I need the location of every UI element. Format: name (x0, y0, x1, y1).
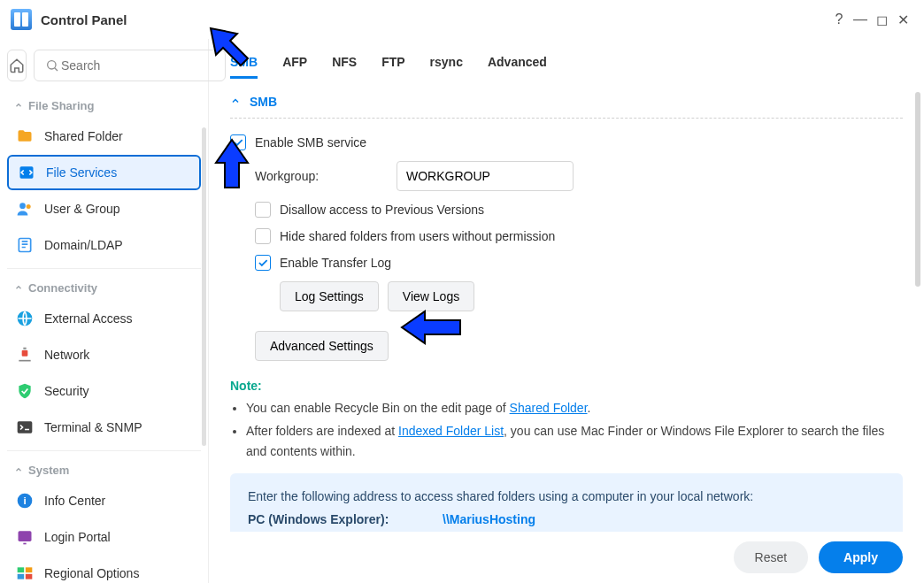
globe-icon (16, 310, 34, 327)
sidebar-item-shared-folder[interactable]: Shared Folder (7, 119, 201, 154)
tab-afp[interactable]: AFP (282, 55, 307, 79)
sidebar-item-label: Login Portal (44, 530, 111, 544)
minimize-button[interactable]: — (850, 12, 871, 27)
search-icon (43, 57, 61, 74)
terminal-icon (16, 418, 34, 436)
sidebar-item-security[interactable]: Security (7, 373, 201, 409)
section-header-smb[interactable]: SMB (230, 89, 903, 119)
chevron-up-icon (14, 99, 23, 112)
login-portal-icon (16, 528, 34, 546)
scroll-region[interactable]: SMB Enable SMB service Workgroup: Disall… (209, 89, 924, 583)
sidebar-item-domain-ldap[interactable]: Domain/LDAP (7, 227, 201, 263)
home-button[interactable] (7, 50, 27, 81)
divider (7, 268, 201, 269)
divider (7, 450, 201, 451)
tab-advanced[interactable]: Advanced (488, 55, 547, 79)
sidebar-item-label: Shared Folder (44, 129, 123, 143)
help-button[interactable]: ? (828, 12, 850, 27)
workgroup-input[interactable] (397, 161, 574, 191)
window-title: Control Panel (41, 12, 127, 27)
checkbox-icon (255, 255, 271, 271)
info-icon: i (16, 492, 34, 510)
tab-bar: SMB AFP NFS FTP rsync Advanced (209, 39, 924, 89)
checkbox-icon (255, 202, 271, 218)
checkbox-label: Enable SMB service (255, 135, 366, 150)
sidebar-item-network[interactable]: Network (7, 337, 201, 372)
note-heading: Note: (230, 379, 903, 393)
titlebar: Control Panel ? — ◻ ✕ (0, 0, 924, 39)
content-area: SMB AFP NFS FTP rsync Advanced SMB Enabl… (209, 39, 924, 583)
group-system[interactable]: System (7, 456, 201, 482)
svg-rect-7 (23, 348, 26, 350)
svg-rect-11 (19, 531, 32, 541)
checkbox-hide-folders[interactable]: Hide shared folders from users without p… (255, 223, 903, 249)
search-input[interactable] (61, 58, 216, 73)
reset-button[interactable]: Reset (734, 541, 809, 573)
group-connectivity[interactable]: Connectivity (7, 274, 201, 300)
tab-smb[interactable]: SMB (230, 55, 258, 79)
sidebar-item-label: Regional Options (44, 566, 139, 580)
sidebar-scrollbar[interactable] (202, 127, 206, 446)
checkbox-disallow-previous[interactable]: Disallow access to Previous Versions (255, 196, 903, 223)
checkbox-label: Hide shared folders from users without p… (280, 229, 555, 243)
group-label-text: File Sharing (28, 99, 94, 112)
svg-text:i: i (23, 495, 26, 506)
svg-point-2 (19, 203, 26, 209)
section-title: SMB (250, 95, 277, 109)
sidebar-item-external-access[interactable]: External Access (7, 301, 201, 336)
tab-rsync[interactable]: rsync (430, 55, 463, 79)
sidebar: File Sharing Shared Folder File Services… (0, 39, 209, 583)
svg-point-3 (27, 204, 31, 209)
sidebar-item-login-portal[interactable]: Login Portal (7, 519, 201, 555)
chevron-up-icon (14, 464, 23, 477)
log-settings-button[interactable]: Log Settings (280, 281, 379, 311)
group-file-sharing[interactable]: File Sharing (7, 92, 201, 118)
sidebar-item-label: Info Center (44, 494, 105, 508)
sidebar-item-regional-options[interactable]: Regional Options (7, 556, 201, 583)
checkbox-icon (255, 228, 271, 244)
note-list: You can enable Recycle Bin on the edit p… (246, 398, 903, 461)
view-logs-button[interactable]: View Logs (388, 281, 474, 311)
maximize-button[interactable]: ◻ (871, 12, 892, 28)
home-icon (8, 57, 26, 74)
search-box[interactable] (34, 50, 226, 81)
sidebar-item-terminal-snmp[interactable]: Terminal & SNMP (7, 410, 201, 445)
regional-icon (16, 564, 34, 582)
link-shared-folder[interactable]: Shared Folder (510, 401, 588, 415)
file-services-icon (18, 164, 35, 181)
info-pc-label: PC (Windows Explorer): (248, 512, 443, 526)
sidebar-item-user-group[interactable]: User & Group (7, 191, 201, 226)
group-label-text: Connectivity (28, 281, 97, 295)
folder-icon (16, 127, 34, 145)
tab-ftp[interactable]: FTP (381, 55, 404, 79)
svg-rect-15 (26, 574, 33, 579)
group-label-text: System (28, 464, 69, 477)
sidebar-item-label: External Access (44, 311, 133, 326)
checkbox-label: Disallow access to Previous Versions (280, 203, 484, 217)
sidebar-item-file-services[interactable]: File Services (7, 155, 201, 190)
svg-rect-8 (18, 421, 33, 433)
sidebar-item-label: Network (44, 348, 89, 362)
content-scrollbar[interactable] (915, 92, 920, 287)
advanced-settings-button[interactable]: Advanced Settings (255, 331, 389, 361)
info-intro: Enter the following address to access sh… (248, 489, 885, 503)
app-icon (11, 9, 32, 30)
checkbox-transfer-log[interactable]: Enable Transfer Log (255, 249, 903, 276)
svg-point-0 (48, 61, 56, 69)
tab-nfs[interactable]: NFS (332, 55, 357, 79)
checkbox-enable-smb[interactable]: Enable SMB service (230, 129, 903, 156)
domain-icon (16, 236, 34, 254)
sidebar-item-label: User & Group (44, 202, 120, 216)
note-item: You can enable Recycle Bin on the edit p… (246, 398, 903, 418)
close-button[interactable]: ✕ (892, 12, 913, 28)
checkbox-icon (230, 134, 246, 150)
shield-icon (16, 382, 34, 400)
sidebar-item-label: Security (44, 384, 89, 398)
users-icon (16, 200, 34, 218)
workgroup-label: Workgroup: (255, 169, 397, 183)
svg-rect-6 (22, 350, 28, 357)
apply-button[interactable]: Apply (819, 541, 903, 573)
info-pc-value[interactable]: \\MariusHosting (443, 512, 535, 526)
sidebar-item-info-center[interactable]: i Info Center (7, 483, 201, 518)
link-indexed-folder-list[interactable]: Indexed Folder List (398, 424, 504, 438)
